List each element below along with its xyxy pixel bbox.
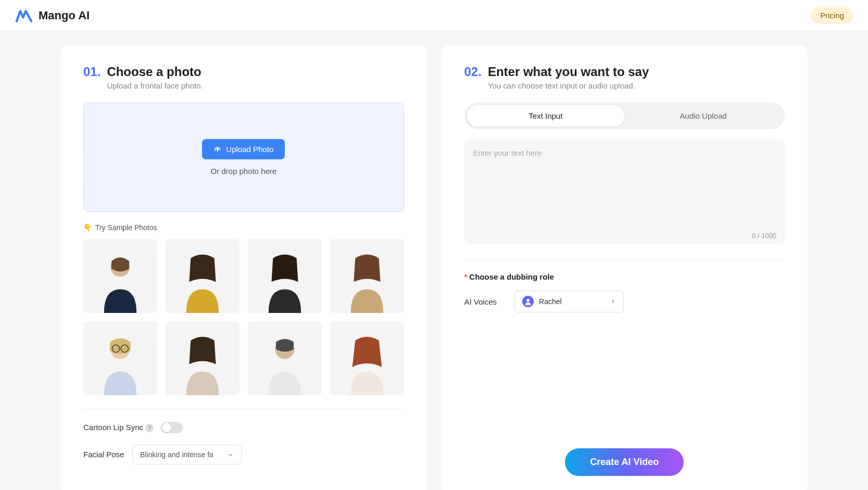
sample-photo-5[interactable] bbox=[83, 321, 157, 395]
chevron-down-icon bbox=[228, 451, 234, 458]
divider bbox=[83, 409, 404, 409]
voice-avatar-icon bbox=[522, 296, 534, 307]
facial-pose-value: Blinking and intense fa bbox=[140, 450, 213, 459]
text-input-wrap: 0 / 1000 bbox=[464, 140, 785, 246]
tab-text-input[interactable]: Text Input bbox=[467, 105, 625, 127]
dubbing-role-label: *Choose a dubbing role bbox=[464, 272, 785, 281]
sample-photo-2[interactable] bbox=[166, 239, 240, 313]
char-count: 0 / 1000 bbox=[752, 232, 776, 240]
step-header-1: 01. Choose a photo Upload a frontal face… bbox=[83, 65, 404, 90]
upload-photo-button[interactable]: Upload Photo bbox=[202, 139, 285, 159]
script-textarea[interactable] bbox=[464, 140, 785, 244]
upload-button-label: Upload Photo bbox=[226, 145, 273, 154]
sample-photo-4[interactable] bbox=[330, 239, 404, 313]
sample-photos-label: 👇 Try Sample Photos bbox=[83, 223, 404, 232]
svg-point-20 bbox=[526, 299, 530, 302]
divider bbox=[464, 259, 785, 260]
cartoon-lip-sync-row: Cartoon Lip Sync? bbox=[83, 422, 404, 433]
toggle-knob bbox=[162, 423, 171, 432]
logo[interactable]: Mango AI bbox=[15, 8, 90, 23]
required-asterisk: * bbox=[464, 272, 468, 281]
step-subtitle-1: Upload a frontal face photo. bbox=[107, 81, 203, 90]
facial-pose-select[interactable]: Blinking and intense fa bbox=[132, 445, 242, 464]
pointing-down-icon: 👇 bbox=[83, 223, 92, 232]
tab-audio-upload[interactable]: Audio Upload bbox=[624, 105, 782, 127]
cartoon-lip-sync-label: Cartoon Lip Sync? bbox=[83, 423, 154, 432]
drop-text: Or drop photo here bbox=[210, 167, 276, 175]
help-icon[interactable]: ? bbox=[145, 424, 154, 432]
input-mode-tabs: Text Input Audio Upload bbox=[464, 103, 785, 129]
sample-photo-6[interactable] bbox=[166, 321, 240, 395]
ai-voices-label: AI Voices bbox=[464, 297, 497, 306]
header: Mango AI Pricing bbox=[0, 0, 868, 31]
voice-row: AI Voices Rachel bbox=[464, 291, 785, 312]
upload-dropzone[interactable]: Upload Photo Or drop photo here bbox=[83, 103, 404, 212]
text-panel: 02. Enter what you want to say You can c… bbox=[442, 46, 808, 490]
step-header-2: 02. Enter what you want to say You can c… bbox=[464, 65, 785, 90]
sample-photo-7[interactable] bbox=[248, 321, 322, 395]
pricing-button[interactable]: Pricing bbox=[811, 7, 853, 24]
main-container: 01. Choose a photo Upload a frontal face… bbox=[0, 31, 868, 490]
step-title-2: Enter what you want to say bbox=[488, 65, 649, 79]
voice-name: Rachel bbox=[539, 297, 605, 306]
sample-grid bbox=[83, 239, 404, 395]
brand-name: Mango AI bbox=[39, 9, 90, 22]
voice-select[interactable]: Rachel bbox=[514, 291, 624, 312]
step-subtitle-2: You can choose text input or audio uploa… bbox=[488, 81, 649, 90]
upload-icon bbox=[213, 145, 222, 154]
sample-photo-8[interactable] bbox=[330, 321, 404, 395]
facial-pose-label: Facial Pose bbox=[83, 450, 125, 459]
cartoon-lip-sync-toggle[interactable] bbox=[161, 422, 183, 433]
sample-photo-1[interactable] bbox=[83, 239, 157, 313]
step-number-1: 01. bbox=[83, 65, 100, 79]
logo-icon bbox=[15, 8, 33, 23]
chevron-right-icon bbox=[610, 298, 616, 305]
sample-label-text: Try Sample Photos bbox=[95, 223, 157, 232]
step-title-1: Choose a photo bbox=[107, 65, 203, 79]
sample-photo-3[interactable] bbox=[248, 239, 322, 313]
photo-panel: 01. Choose a photo Upload a frontal face… bbox=[60, 46, 427, 490]
facial-pose-row: Facial Pose Blinking and intense fa bbox=[83, 445, 404, 464]
create-ai-video-button[interactable]: Create AI Video bbox=[565, 448, 684, 476]
step-number-2: 02. bbox=[464, 65, 482, 79]
